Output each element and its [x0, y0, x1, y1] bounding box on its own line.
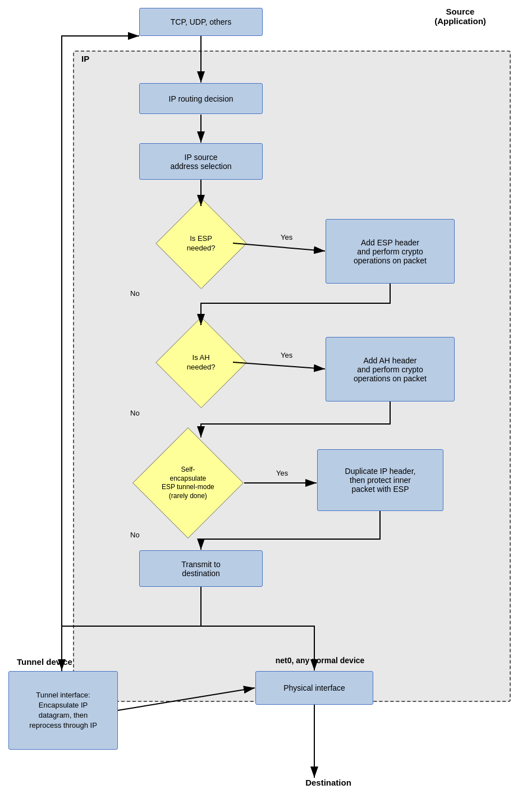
ah-no-label: No: [130, 409, 140, 417]
ah-yes-label: Yes: [281, 351, 292, 359]
esp-yes-label: Yes: [281, 233, 292, 241]
destination-label: Destination: [283, 778, 373, 787]
ah-diamond-wrapper: Is AH needed?: [139, 326, 263, 399]
source-label: Source(Application): [410, 7, 511, 26]
esp-diamond-wrapper: Is ESP needed?: [139, 207, 263, 280]
diagram-container: IP Source(Application) TCP, UDP, others …: [0, 0, 522, 812]
transmit-box: Transmit to destination: [139, 550, 263, 587]
routing-box: IP routing decision: [139, 83, 263, 114]
self-enc-diamond: Self- encapsulate ESP tunnel-mode (rarel…: [132, 427, 244, 539]
app-box: TCP, UDP, others: [139, 8, 263, 36]
tunnel-label: Tunnel device: [17, 657, 118, 667]
esp-diamond: Is ESP needed?: [155, 198, 247, 289]
self-no-label: No: [130, 531, 140, 539]
source-addr-box: IP source address selection: [139, 143, 263, 180]
ip-label: IP: [81, 54, 89, 63]
self-yes-label: Yes: [276, 469, 288, 477]
esp-action-box: Add ESP header and perform crypto operat…: [326, 219, 455, 284]
self-action-box: Duplicate IP header, then protect inner …: [317, 449, 443, 511]
net0-label: net0, any normal device: [247, 656, 393, 665]
ah-action-box: Add AH header and perform crypto operati…: [326, 337, 455, 402]
self-enc-diamond-wrapper: Self- encapsulate ESP tunnel-mode (rarel…: [123, 438, 253, 528]
tunnel-box: Tunnel interface: Encapsulate IP datagra…: [8, 671, 118, 750]
ah-diamond: Is AH needed?: [155, 317, 247, 408]
physical-box: Physical interface: [255, 671, 373, 705]
esp-no-label: No: [130, 289, 140, 298]
